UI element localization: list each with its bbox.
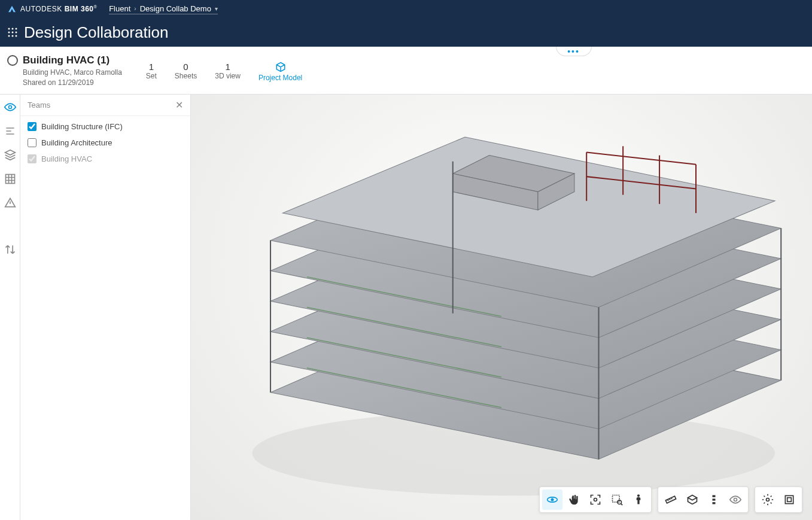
team-item-hvac[interactable]: Building HVAC: [28, 154, 183, 163]
svg-rect-53: [785, 495, 793, 503]
svg-line-47: [671, 498, 672, 499]
explode-button[interactable]: [704, 489, 724, 510]
svg-point-39: [594, 498, 597, 501]
apps-grid-icon[interactable]: [7, 27, 18, 38]
close-icon[interactable]: ✕: [175, 99, 183, 111]
ruler-icon: [665, 494, 677, 506]
left-rail: [0, 95, 20, 520]
rail-levels-button[interactable]: [4, 124, 17, 138]
svg-point-51: [734, 498, 737, 501]
brand-label: AUTODESK BIM 360®: [20, 5, 97, 13]
stat-project-model[interactable]: Project Model: [258, 62, 302, 82]
svg-line-46: [670, 499, 670, 500]
zoom-window-button[interactable]: [607, 489, 627, 510]
model-viewer[interactable]: [191, 95, 812, 520]
hand-icon: [568, 494, 580, 506]
fit-button[interactable]: [585, 489, 606, 510]
svg-rect-48: [713, 495, 716, 497]
team-checkbox[interactable]: [28, 138, 37, 147]
ghost-button[interactable]: [725, 489, 746, 510]
viewer-toolbar: [539, 486, 802, 513]
breadcrumb-project[interactable]: Design Collab Demo: [140, 4, 211, 13]
settings-button[interactable]: [758, 489, 778, 510]
timeline-pull-tab[interactable]: •••: [556, 47, 592, 56]
package-title: Building HVAC (1): [23, 54, 122, 66]
rail-visibility-button[interactable]: [4, 101, 17, 114]
pan-button[interactable]: [564, 489, 584, 510]
svg-point-7: [12, 35, 14, 37]
rail-layers-button[interactable]: [4, 148, 17, 162]
svg-point-5: [16, 32, 17, 34]
building-model-icon: [191, 95, 812, 520]
team-item-architecture[interactable]: Building Architecture: [28, 138, 183, 147]
svg-point-1: [12, 28, 14, 30]
section-button[interactable]: [682, 489, 702, 510]
autodesk-logo-icon: [7, 4, 17, 14]
team-checkbox: [28, 154, 37, 163]
breadcrumb[interactable]: Fluent › Design Collab Demo ▾: [109, 4, 218, 14]
module-title: Design Collaboration: [24, 23, 168, 42]
svg-marker-10: [5, 150, 15, 155]
levels-icon: [4, 125, 16, 137]
package-shared-date: Shared on 11/29/2019: [23, 78, 122, 87]
svg-rect-44: [665, 496, 676, 503]
team-checkbox[interactable]: [28, 122, 37, 131]
svg-point-4: [12, 32, 14, 34]
svg-point-43: [637, 494, 640, 497]
svg-rect-40: [613, 495, 620, 503]
svg-point-52: [767, 498, 770, 501]
measure-button[interactable]: [661, 489, 681, 510]
rail-changes-button[interactable]: [4, 243, 17, 256]
svg-point-2: [16, 28, 17, 30]
warning-icon: [4, 197, 16, 209]
ghost-eye-icon: [729, 494, 741, 506]
fullscreen-button[interactable]: [779, 489, 799, 510]
toolbar-group-nav: [539, 486, 652, 513]
zoom-window-icon: [611, 494, 623, 506]
svg-rect-49: [713, 498, 716, 500]
svg-point-9: [8, 106, 11, 109]
svg-line-42: [621, 504, 623, 506]
toolbar-group-tools: [658, 486, 749, 513]
rail-grid-button[interactable]: [4, 172, 17, 186]
team-item-structure[interactable]: Building Structure (IFC): [28, 122, 183, 131]
model-placeholder: [191, 95, 812, 520]
fullscreen-icon: [783, 494, 795, 506]
grid-icon: [4, 173, 16, 185]
teams-panel-title: Teams: [28, 101, 50, 110]
top-header: AUTODESK BIM 360® Fluent › Design Collab…: [0, 0, 812, 47]
gear-icon: [762, 494, 774, 506]
swap-arrows-icon: [4, 244, 16, 256]
person-icon: [632, 494, 644, 506]
stat-sheets[interactable]: 0 Sheets: [175, 62, 197, 80]
orbit-button[interactable]: [542, 489, 562, 510]
cube-icon: [275, 62, 286, 72]
sub-header: Building HVAC (1) Building HVAC, Marco R…: [0, 47, 812, 95]
team-label: Building Structure (IFC): [41, 122, 123, 131]
svg-rect-54: [787, 498, 792, 502]
package-status-icon: [7, 55, 18, 66]
stat-set[interactable]: 1 Set: [146, 62, 157, 80]
package-author: Building HVAC, Marco Ramolla: [23, 68, 122, 77]
svg-rect-50: [713, 502, 716, 504]
fit-icon: [589, 494, 601, 506]
teams-panel: Teams ✕ Building Structure (IFC) Buildin…: [20, 95, 191, 520]
svg-point-38: [551, 498, 553, 500]
svg-point-3: [8, 32, 10, 34]
svg-point-8: [16, 35, 17, 37]
team-label: Building HVAC: [41, 154, 92, 163]
svg-line-45: [668, 500, 668, 501]
walk-button[interactable]: [628, 489, 649, 510]
eye-icon: [4, 101, 16, 113]
orbit-icon: [546, 494, 558, 506]
breadcrumb-account[interactable]: Fluent: [109, 4, 130, 13]
team-label: Building Architecture: [41, 138, 112, 147]
rail-issues-button[interactable]: [4, 196, 17, 209]
chevron-down-icon: ▾: [215, 5, 218, 12]
layers-icon: [4, 149, 16, 161]
svg-point-0: [8, 28, 10, 30]
stat-3dview[interactable]: 1 3D view: [215, 62, 241, 80]
section-icon: [686, 494, 698, 506]
explode-icon: [708, 494, 720, 506]
svg-rect-11: [5, 175, 14, 184]
